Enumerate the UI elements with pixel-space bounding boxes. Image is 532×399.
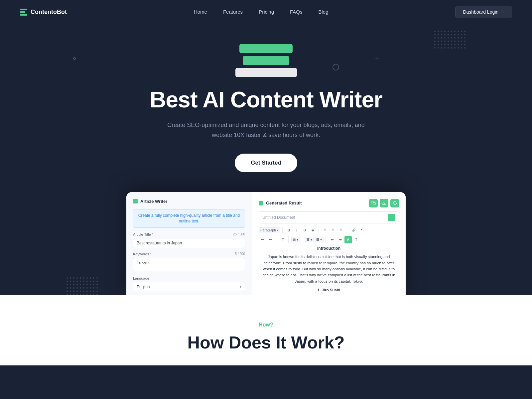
rtl-button[interactable]: ⇥	[336, 236, 344, 243]
hero-subtitle: Create SEO-optimized and unique content …	[166, 120, 366, 140]
article-writer-panel: Article Writer Create a fully complete h…	[126, 192, 252, 295]
outdent-button[interactable]: ⇤	[329, 236, 336, 243]
nav-links: Home Features Pricing FAQs Blog	[194, 9, 329, 15]
link-group: 🔗 ❝	[350, 227, 367, 234]
table-group: ⊞ ▾	[291, 237, 302, 242]
strikethrough-button[interactable]: S	[309, 227, 317, 234]
logo-bar-1	[20, 9, 27, 10]
logo-icon	[20, 9, 27, 16]
keywords-input[interactable]: Tokyo	[133, 258, 245, 271]
paragraph-group: Paragraph ▾	[259, 227, 283, 233]
introduction-heading: Introduction	[259, 245, 399, 252]
article-title-count: 25 / 500	[233, 232, 245, 236]
generated-content: Introduction Japan is known for its deli…	[259, 245, 399, 295]
svg-rect-0	[373, 202, 375, 205]
highlight-button[interactable]: A	[344, 236, 352, 243]
bar-green-2	[243, 56, 289, 65]
download-action-button[interactable]	[380, 199, 388, 207]
align-center-button[interactable]: ≡	[330, 227, 337, 234]
document-action-button[interactable]	[388, 214, 395, 221]
decorative-plus: +	[375, 54, 379, 63]
document-title: Untitled Document	[262, 215, 295, 220]
article-title-input[interactable]	[133, 238, 245, 248]
nav-features[interactable]: Features	[223, 9, 243, 15]
language-label-row: Language	[133, 276, 245, 280]
navbar: ContentoBot Home Features Pricing FAQs B…	[0, 0, 532, 24]
keywords-label-row: Keywords * 5 / 200	[133, 252, 245, 256]
toolbar-row-1: Paragraph ▾ B I U S ≡ ≡ ≡	[259, 227, 399, 234]
result-header: Generated Result	[259, 199, 399, 207]
align-group: ≡ ≡ ≡	[322, 227, 347, 234]
bar-green-1	[239, 44, 293, 53]
hero-title: Best AI Content Writer	[7, 87, 525, 112]
result-panel-title: Generated Result	[266, 200, 302, 205]
introduction-body: Japan is known for its delicious cuisine…	[259, 254, 399, 284]
nav-blog[interactable]: Blog	[319, 9, 329, 15]
redo-button[interactable]: ↪	[267, 236, 274, 243]
result-action-buttons	[369, 199, 399, 207]
align-left-button[interactable]: ≡	[322, 227, 329, 234]
table-select[interactable]: ⊞ ▾	[291, 237, 300, 242]
download-icon	[382, 201, 386, 205]
prompt-box: Create a fully complete high-quality art…	[133, 209, 245, 228]
decorative-circle	[332, 64, 339, 70]
keywords-label: Keywords *	[133, 252, 152, 256]
undo-button[interactable]: ↩	[259, 236, 266, 243]
logo-bar-2	[20, 11, 25, 13]
how-label: How?	[20, 322, 512, 328]
format-button[interactable]: ⊤	[279, 236, 286, 243]
language-value: English	[137, 285, 150, 289]
quote-button[interactable]: ❝	[358, 227, 365, 234]
dot-grid-left	[66, 277, 98, 295]
logo-bar-3	[20, 14, 27, 16]
get-started-button[interactable]: Get Started	[235, 154, 297, 172]
refresh-action-button[interactable]	[390, 199, 399, 207]
bold-button[interactable]: B	[285, 227, 293, 234]
article-writer-header: Article Writer	[133, 199, 245, 204]
hero-section: + Best AI Content Writer Create SEO-opti…	[0, 24, 532, 295]
keywords-count: 5 / 200	[235, 252, 245, 256]
copy-icon	[371, 201, 376, 205]
dropdown-chevron-icon: ▾	[240, 285, 241, 289]
jiro-sushi-heading: 1. Jiro Sushi	[259, 287, 399, 293]
dot-grid-right	[434, 31, 466, 49]
underline-button[interactable]: U	[301, 227, 309, 234]
decorative-dot-left	[73, 57, 76, 60]
how-title: How Does It Work?	[20, 333, 512, 352]
dashboard-login-button[interactable]: Dashboard Login →	[455, 6, 512, 18]
result-icon	[259, 201, 263, 205]
article-title-label: Article Title *	[133, 232, 153, 236]
copy-action-button[interactable]	[369, 199, 378, 207]
link-button[interactable]: 🔗	[350, 227, 357, 234]
bullet-list-select[interactable]: ☰ ▾	[305, 237, 314, 242]
how-section: How? How Does It Work?	[0, 295, 532, 365]
language-select[interactable]: English ▾	[133, 282, 245, 292]
bar-white	[235, 68, 297, 77]
result-title-area: Generated Result	[259, 200, 302, 205]
article-writer-icon	[133, 199, 138, 203]
nav-faqs[interactable]: FAQs	[290, 9, 303, 15]
language-label: Language	[133, 276, 149, 280]
generated-result-panel: Generated Result	[252, 192, 406, 295]
clear-format-button[interactable]: T	[352, 236, 360, 243]
paragraph-select[interactable]: Paragraph ▾	[259, 227, 280, 233]
refresh-icon	[393, 201, 397, 205]
toolbar-row-2: ↩ ↪ ⊤ ⊞ ▾ ☰ ▾	[259, 236, 399, 243]
italic-button[interactable]: I	[293, 227, 301, 234]
list-group: ☰ ▾ ☰ ▾	[305, 237, 326, 242]
indent-group: ⊤	[279, 236, 289, 243]
extra-format-group: ⇤ ⇥ A T	[329, 236, 362, 243]
nav-pricing[interactable]: Pricing	[259, 9, 274, 15]
text-format-group: B I U S	[285, 227, 319, 234]
article-title-label-row: Article Title * 25 / 500	[133, 232, 245, 236]
required-marker: *	[152, 232, 153, 236]
nav-home[interactable]: Home	[194, 9, 207, 15]
document-title-bar: Untitled Document	[259, 211, 399, 223]
article-writer-title: Article Writer	[140, 199, 167, 204]
numbered-list-select[interactable]: ☰ ▾	[315, 237, 324, 242]
hero-bars-illustration	[7, 44, 525, 77]
jiro-sushi-body: Jiro Sushi is a three-star Michelin rest…	[259, 294, 399, 295]
align-right-button[interactable]: ≡	[337, 227, 345, 234]
history-group: ↩ ↪	[259, 236, 276, 243]
keywords-required: *	[150, 252, 151, 256]
